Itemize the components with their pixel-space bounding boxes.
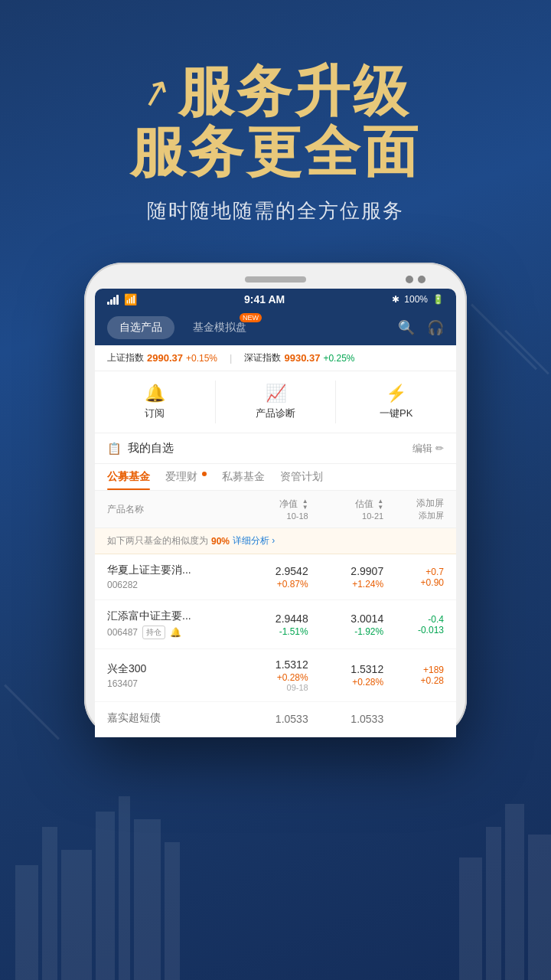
fund-nav-2: 1.5312 +0.28% 09-18 xyxy=(233,658,308,692)
fund-row-0[interactable]: 华夏上证主要消... 006282 2.9542 +0.87% 2.9907 +… xyxy=(95,554,456,600)
fund-name-0: 华夏上证主要消... xyxy=(107,564,233,577)
ticker-divider: | xyxy=(230,352,232,364)
phone-dot-1 xyxy=(406,276,413,283)
bar-3 xyxy=(113,297,116,305)
sz-ticker: 深证指数 9930.37 +0.25% xyxy=(244,351,354,364)
svg-rect-2 xyxy=(61,850,92,980)
phone-frame: 📶 9:41 AM ✱ 100% 🔋 自选产品 xyxy=(84,263,467,737)
fund-add-0: +0.7 +0.90 xyxy=(383,567,444,588)
fund-row-2[interactable]: 兴全300 163407 1.5312 +0.28% 09-18 1.5312 … xyxy=(95,649,456,702)
fund-nav-1: 2.9448 -1.51% xyxy=(233,612,308,637)
fund-nav-3: 1.0533 xyxy=(233,713,308,727)
svg-rect-7 xyxy=(459,858,482,980)
col-header-name: 产品名称 xyxy=(107,503,233,516)
pk-label: 一键PK xyxy=(380,407,412,420)
sz-label: 深证指数 xyxy=(244,351,281,364)
est-sort-icon[interactable]: ▲▼ xyxy=(377,498,383,511)
svg-rect-3 xyxy=(96,812,115,980)
fund-tag-1: 持仓 xyxy=(142,626,165,639)
bluetooth-icon: ✱ xyxy=(392,294,399,305)
svg-rect-1 xyxy=(42,827,57,980)
signal-bars xyxy=(107,295,119,305)
fund-row-3[interactable]: 嘉实超短债 1.0533 1.0533 xyxy=(95,702,456,737)
phone-dot-2 xyxy=(418,276,425,283)
nav-icons: 🔍 🎧 xyxy=(398,319,444,336)
sh-value: 2990.37 xyxy=(147,352,183,364)
nav-sort-icon[interactable]: ▲▼ xyxy=(302,498,308,511)
nav-tab-fund-simulate[interactable]: 基金模拟盘 NEW xyxy=(181,316,259,339)
table-header: 产品名称 净值 ▲▼ 10-18 估值 ▲▼ 10-21 添加屏 xyxy=(95,491,456,528)
fund-name-1: 汇添富中证主要... xyxy=(107,609,233,623)
fund-code-0: 006282 xyxy=(107,580,138,590)
action-bar: 🔔 订阅 📈 产品诊断 ⚡ 一键PK xyxy=(95,371,456,433)
search-icon[interactable]: 🔍 xyxy=(398,319,415,336)
add-sub: 添加屏 xyxy=(419,511,444,520)
svg-rect-5 xyxy=(134,819,161,980)
market-ticker: 上证指数 2990.37 +0.15% | 深证指数 9930.37 +0.25… xyxy=(95,345,456,371)
fund-code-2: 163407 xyxy=(107,678,138,689)
fund-name-2: 兴全300 xyxy=(107,662,233,676)
headset-icon[interactable]: 🎧 xyxy=(427,319,444,336)
phone-speaker xyxy=(245,276,306,283)
fund-row-1[interactable]: 汇添富中证主要... 006487 持仓 🔔 2.9448 -1.51% 3.0… xyxy=(95,600,456,649)
svg-rect-6 xyxy=(165,842,180,980)
watchlist-header: 📋 我的自选 编辑 ✏ xyxy=(95,433,456,464)
svg-rect-4 xyxy=(119,796,130,980)
watchlist-icon: 📋 xyxy=(107,442,122,456)
hero-title-2: 服务更全面 xyxy=(130,122,421,182)
battery-icon: 🔋 xyxy=(432,294,444,305)
phone-mockup: 📶 9:41 AM ✱ 100% 🔋 自选产品 xyxy=(61,263,490,737)
action-subscribe[interactable]: 🔔 订阅 xyxy=(95,381,216,423)
svg-rect-9 xyxy=(505,804,524,980)
phone-top-bar xyxy=(95,276,456,283)
hero-subtitle: 随时随地随需的全方位服务 xyxy=(130,198,421,224)
sz-value: 9930.37 xyxy=(284,352,320,364)
bar-1 xyxy=(107,302,109,305)
wealth-dot xyxy=(202,472,207,476)
phone-camera-dots xyxy=(406,276,425,283)
status-right: ✱ 100% 🔋 xyxy=(392,294,444,305)
svg-rect-10 xyxy=(528,835,551,980)
col-header-est: 估值 ▲▼ 10-21 xyxy=(308,498,384,521)
status-left: 📶 xyxy=(107,293,137,305)
action-pk[interactable]: ⚡ 一键PK xyxy=(336,381,456,423)
fund-add-1: -0.4 -0.013 xyxy=(383,614,444,635)
est-date: 10-21 xyxy=(362,511,383,521)
fund-info-1: 汇添富中证主要... 006487 持仓 🔔 xyxy=(107,609,233,639)
arrow-icon: ↗ xyxy=(135,67,175,116)
sz-change: +0.25% xyxy=(323,353,354,364)
sh-ticker: 上证指数 2990.37 +0.15% xyxy=(107,351,217,364)
fund-info-0: 华夏上证主要消... 006282 xyxy=(107,564,233,590)
fund-bell-1: 🔔 xyxy=(170,627,181,638)
status-bar: 📶 9:41 AM ✱ 100% 🔋 xyxy=(95,289,456,310)
fund-info-3: 嘉实超短债 xyxy=(107,711,233,727)
sh-change: +0.15% xyxy=(186,353,217,364)
category-tabs: 公募基金 爱理财 私募基金 资管计划 xyxy=(95,464,456,491)
new-badge: NEW xyxy=(240,313,262,322)
watchlist-edit-btn[interactable]: 编辑 ✏ xyxy=(412,442,444,456)
cat-tab-asset-mgmt[interactable]: 资管计划 xyxy=(280,470,323,490)
cat-tab-wealth[interactable]: 爱理财 xyxy=(165,470,207,490)
nav-tab-watchlist[interactable]: 自选产品 xyxy=(107,316,174,339)
col-header-add: 添加屏 添加屏 xyxy=(383,497,444,521)
action-diagnose[interactable]: 📈 产品诊断 xyxy=(216,381,337,423)
fund-add-2: +189 +0.28 xyxy=(383,665,444,686)
status-time: 9:41 AM xyxy=(244,293,285,305)
col-header-nav: 净值 ▲▼ 10-18 xyxy=(233,498,308,521)
app-nav: 自选产品 基金模拟盘 NEW 🔍 🎧 xyxy=(95,310,456,345)
chart-icon: 📈 xyxy=(266,384,286,403)
sh-label: 上证指数 xyxy=(107,351,144,364)
cat-tab-private-fund[interactable]: 私募基金 xyxy=(222,470,265,490)
cat-tab-public-fund[interactable]: 公募基金 xyxy=(107,470,150,490)
watchlist-title: 📋 我的自选 xyxy=(107,441,174,456)
fund-est-0: 2.9907 +1.24% xyxy=(308,565,384,590)
hero-section: ↗ 服务升级 服务更全面 随时随地随需的全方位服务 xyxy=(99,61,452,224)
bar-4 xyxy=(116,295,119,305)
similarity-pct: 90% xyxy=(211,536,230,547)
svg-rect-0 xyxy=(15,865,38,980)
wifi-icon: 📶 xyxy=(124,293,137,305)
svg-rect-8 xyxy=(486,827,501,980)
similarity-link[interactable]: 详细分析 › xyxy=(233,534,275,547)
fund-est-2: 1.5312 +0.28% xyxy=(308,663,384,688)
subscribe-label: 订阅 xyxy=(145,407,165,420)
